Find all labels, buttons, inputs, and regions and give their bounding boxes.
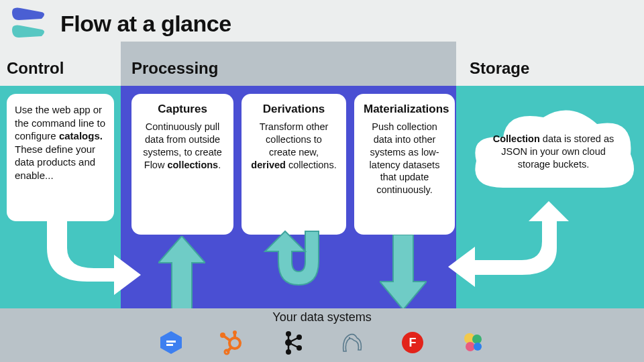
svg-point-24: [474, 343, 482, 351]
svg-point-7: [220, 333, 225, 338]
materializations-arrow-icon: [380, 235, 427, 310]
derivations-title: Derivations: [251, 102, 337, 117]
section-labels: Control Processing Storage: [0, 59, 644, 86]
captures-body: Continuously pull data from outside syst…: [143, 121, 222, 170]
elasticsearch-icon: [460, 330, 486, 355]
svg-point-18: [349, 337, 350, 339]
storage-cloud: Collection data is stored as JSON in you…: [470, 107, 637, 208]
system-icons-row: F: [0, 328, 644, 357]
fauna-icon: F: [400, 330, 425, 355]
bigquery-icon: [158, 330, 184, 355]
materializations-title: Materializations: [364, 102, 445, 117]
kafka-icon: [279, 330, 305, 355]
data-systems-label: Your data systems: [0, 310, 644, 324]
control-arrow-icon: [40, 215, 141, 295]
control-card: Use the web app or the command line to c…: [7, 94, 114, 221]
captures-card: Captures Continuously pull data from out…: [131, 94, 233, 235]
svg-text:F: F: [409, 336, 417, 349]
svg-rect-2: [166, 344, 173, 346]
svg-point-22: [472, 335, 482, 344]
derivations-body: Transform other collections to create ne…: [251, 121, 336, 170]
materializations-body: Push collection data into other systems …: [370, 121, 440, 195]
materializations-card: Materializations Push collection data in…: [354, 94, 455, 235]
svg-point-5: [233, 330, 237, 335]
header: Flow at a glance: [0, 0, 644, 47]
svg-rect-1: [166, 341, 176, 343]
captures-arrow-icon: [158, 236, 205, 310]
captures-title: Captures: [141, 102, 224, 117]
control-card-text: Use the web app or the command line to c…: [15, 104, 105, 181]
processing-label: Processing: [131, 59, 218, 78]
storage-label: Storage: [470, 59, 529, 78]
data-systems-strip: Your data systems F: [0, 308, 644, 362]
control-label: Control: [7, 59, 64, 78]
hubspot-icon: [219, 330, 244, 355]
derivations-card: Derivations Transform other collections …: [241, 94, 346, 235]
cloud-text: Collection data is stored as JSON in you…: [490, 133, 617, 171]
svg-point-23: [466, 342, 475, 351]
page-title: Flow at a glance: [60, 11, 231, 37]
mysql-icon: [339, 330, 365, 355]
flow-logo-icon: [7, 5, 47, 42]
derivations-arrow-icon: [255, 228, 342, 308]
storage-arrow-icon: [448, 201, 576, 302]
